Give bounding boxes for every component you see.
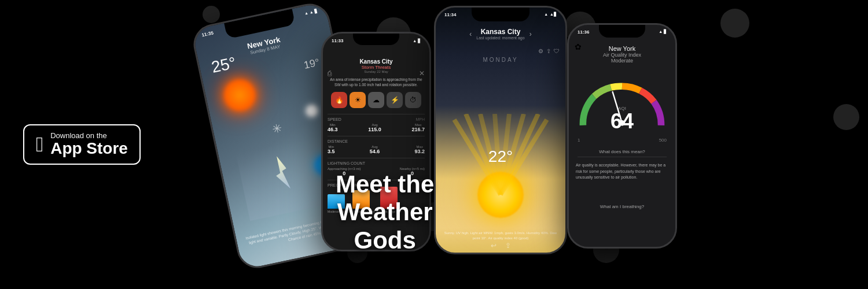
phone-4-question-1[interactable]: What does this mean?	[569, 149, 675, 154]
phone-3-lock-icon[interactable]: 🛡	[554, 48, 560, 54]
phone-2-speed-max: 216.7	[411, 127, 425, 132]
phone-4-aqi-description: Air quality is acceptable. However, ther…	[576, 162, 668, 181]
phone-4-status-icons: ▲ ▊	[659, 29, 667, 35]
phone-1-status-icons: ▲ ▲ ▊	[304, 8, 318, 16]
phone-1-lightning-icon	[272, 155, 290, 191]
badge-line1: Download on the	[50, 131, 128, 140]
phone-3-share-icon[interactable]: ⇪	[546, 48, 551, 54]
phone-3-settings-icon[interactable]: ⚙	[538, 48, 543, 54]
phone-1-sun-orb	[221, 76, 259, 114]
phone-3-share-bottom-icon[interactable]: ⇪	[505, 242, 511, 250]
phone-2-alert-title: Storm Threats	[328, 65, 425, 70]
phone-3-city-name: Kansas City	[476, 28, 524, 36]
phone-3-status-bar: 11:34 ▲▲▊	[444, 12, 557, 17]
phone-3-temp: 22°	[488, 147, 513, 166]
phone-2-time: 11:33	[332, 38, 343, 43]
phone-2-alert-date: Sunday 22 May	[328, 70, 425, 73]
phone-2-speed-row: Min 46.3 Avg 115.0 Max 216.7	[328, 123, 425, 132]
phone-2-dist-row: Min 3.5 Avg 54.6 Max 93.2	[328, 145, 425, 154]
phone-2-divider-2	[328, 136, 425, 136]
phone-1-cloud-orb	[305, 104, 319, 118]
phone-4-aqi-value-section: AQI 64	[569, 106, 675, 132]
phone-4-question-2[interactable]: What am I breathing?	[569, 204, 675, 209]
phone-2-clock-icon-btn[interactable]: ⏱	[405, 92, 421, 108]
tagline-line3: Gods	[354, 227, 416, 254]
phone-3-action-icons: ⚙ ⇪ 🛡	[538, 48, 560, 54]
phone-3-status-icons: ▲▲▊	[544, 12, 557, 17]
phone-3-screen: 11:34 ▲▲▊ ‹ Kansas City Last updated: mo…	[436, 8, 565, 253]
phone-4-aqi-title: Air Quality Index	[569, 52, 675, 58]
phone-4-aqi-min: 1	[578, 138, 580, 143]
phone-4-aqi-range: 1 500	[569, 138, 675, 143]
phone-3: 11:34 ▲▲▊ ‹ Kansas City Last updated: mo…	[434, 6, 567, 254]
phone-3-weather-detail: Sunny. UV high. Light air WNW. 1mph, gus…	[436, 231, 565, 241]
phone-3-city-detail: Last updated: moment ago	[476, 36, 524, 40]
phone-2-dist-min: 3.5	[328, 149, 335, 154]
tagline-line1: Meet the	[336, 171, 434, 198]
phone-2-status-icons: ▲ ▊	[413, 38, 421, 43]
phone-4-screen: 11:36 ▲ ▊ ✿ New York Air Quality Index M…	[569, 25, 675, 247]
phone-1-temp-secondary: 19°	[303, 57, 321, 72]
tagline-line2: Weather	[337, 198, 433, 225]
left-section:  Download on the App Store	[0, 0, 214, 289]
phone-2-bolt-icon-btn[interactable]: ⚡	[387, 92, 403, 108]
phone-4-aq-header: New York Air Quality Index Moderate	[569, 45, 675, 64]
phone-2-fire-icon-btn[interactable]: 🔥	[331, 92, 347, 108]
phone-2-icon-row: 🔥 ☀ ☁ ⚡ ⏱	[328, 92, 425, 108]
phones-section: 11:35 ▲ ▲ ▊ New York Sunday 8 MAY 25° 19…	[203, 0, 868, 289]
phone-4-aqi-level: Moderate	[569, 58, 675, 64]
phone-4: 11:36 ▲ ▊ ✿ New York Air Quality Index M…	[567, 23, 677, 249]
phone-3-day-label: MONDAY	[436, 57, 565, 63]
phone-3-time: 11:34	[444, 12, 456, 17]
phone-2-city: Kansas City	[328, 58, 425, 65]
phone-2-speed-min: 46.3	[328, 127, 338, 132]
phone-2-speed-avg: 115.0	[368, 127, 381, 132]
phone-2-divider-3	[328, 158, 425, 158]
phone-2-dist-avg: 54.6	[370, 149, 380, 154]
phone-2-close-icon[interactable]: ✕	[419, 69, 425, 77]
app-store-badge[interactable]:  Download on the App Store	[23, 124, 141, 165]
phone-1-snowflake-icon: ✳	[271, 121, 284, 136]
phone-4-divider	[578, 157, 667, 157]
tagline-section: Meet the Weather Gods	[336, 171, 434, 254]
phone-2-speed-label: Speed mph	[328, 117, 425, 121]
phone-2-sun-icon-btn[interactable]: ☀	[350, 92, 366, 108]
phone-4-aqi-number: 64	[569, 111, 675, 132]
phone-2-divider-1	[328, 114, 425, 114]
phone-3-back-icon[interactable]: ↩	[491, 242, 496, 250]
tagline-text: Meet the Weather Gods	[336, 171, 434, 254]
phone-2-lightning-label: Lightning Count	[328, 161, 425, 165]
phone-2-storm-header: Kansas City Storm Threats Sunday 22 May	[328, 58, 425, 73]
phone-3-bottom-icons: ↩ ⇪	[491, 242, 511, 250]
phone-4-city: New York	[569, 45, 675, 52]
apple-logo-icon: 	[36, 134, 43, 155]
phone-3-city-header: ‹ Kansas City Last updated: moment ago ›…	[436, 28, 565, 40]
phone-4-status-bar: 11:36 ▲ ▊	[578, 29, 667, 35]
phone-3-nav-left-icon[interactable]: ‹	[469, 30, 472, 38]
phone-2-share-icon[interactable]: ⎙	[328, 69, 332, 77]
phone-4-aqi-max: 500	[659, 138, 667, 143]
phone-2-dist-max: 93.2	[414, 149, 425, 154]
phone-3-nav-right-icon[interactable]: ›	[529, 30, 532, 38]
phone-4-time: 11:36	[578, 29, 589, 35]
phone-2-storm-desc: An area of intense precipitation is appr…	[328, 77, 425, 87]
phone-2-status-bar: 11:33 ▲ ▊	[332, 38, 421, 43]
badge-line2: App Store	[50, 140, 128, 158]
phone-2-dist-label: Distance	[328, 139, 425, 143]
phone-2-cloud-icon-btn[interactable]: ☁	[368, 92, 384, 108]
badge-text-group: Download on the App Store	[50, 131, 128, 158]
